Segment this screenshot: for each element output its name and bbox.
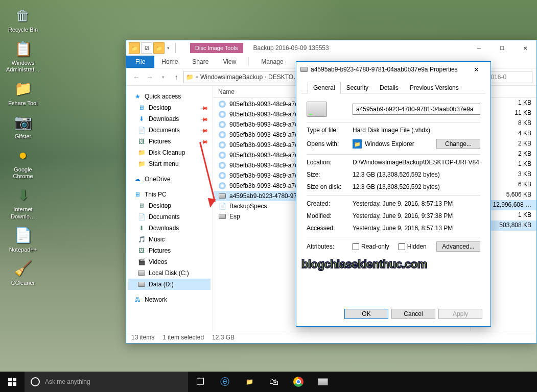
tab-general[interactable]: General xyxy=(308,82,341,93)
taskbar-search[interactable]: Ask me anything xyxy=(25,372,188,392)
icon-label: Google Chrome xyxy=(5,166,41,180)
label: Type of file: xyxy=(307,127,353,134)
folder-icon[interactable]: 📁 xyxy=(129,42,140,54)
desktop-icon[interactable]: ●Google Chrome xyxy=(5,145,41,180)
taskbar-app-store[interactable]: 🛍 xyxy=(262,372,286,392)
dialog-title: a4595ab9-b923-4780-9781-04aab0b37e9a Pro… xyxy=(311,66,463,73)
tab-details[interactable]: Details xyxy=(374,82,404,93)
taskbar-app-explorer[interactable]: 📁 xyxy=(237,372,262,392)
back-button[interactable]: ← xyxy=(130,71,143,83)
ribbon-context-tab[interactable]: Disc Image Tools xyxy=(190,43,243,53)
svg-rect-3 xyxy=(13,382,16,386)
nav-icon: ★ xyxy=(133,92,142,101)
readonly-checkbox[interactable]: Read-only xyxy=(353,243,389,250)
nav-item[interactable]: Data (D:) xyxy=(128,279,211,290)
nav-item[interactable]: 📁Start menu xyxy=(128,158,211,169)
desktop-icon[interactable]: 📁Fshare Tool xyxy=(5,79,41,107)
desktop-icon[interactable]: 🧹CCleaner xyxy=(5,258,41,286)
desktop-icon[interactable]: 🗑Recycle Bin xyxy=(5,5,41,33)
hidden-checkbox[interactable]: Hidden xyxy=(399,243,427,250)
home-tab[interactable]: Home xyxy=(154,56,185,68)
qat: 📁 ☑ 📁 ▾ xyxy=(129,42,171,54)
nav-item[interactable]: 🖥Desktop xyxy=(128,200,211,211)
nav-item[interactable]: 📄Documents xyxy=(128,211,211,223)
nav-item[interactable]: ⬇Downloads xyxy=(128,223,211,234)
maximize-button[interactable]: ☐ xyxy=(491,41,513,56)
start-button[interactable] xyxy=(0,372,25,392)
nav-item[interactable]: 🎬Videos xyxy=(128,256,211,267)
divider xyxy=(307,122,480,122)
nav-label: Music xyxy=(149,236,165,243)
share-tab[interactable]: Share xyxy=(185,56,216,68)
status-item-count: 13 items xyxy=(131,334,154,341)
forward-button[interactable]: → xyxy=(144,71,156,83)
titlebar[interactable]: 📁 ☑ 📁 ▾ Disc Image Tools Backup 2016-06-… xyxy=(126,40,536,56)
close-button[interactable]: ✕ xyxy=(466,62,486,77)
nav-icon: 🖧 xyxy=(133,296,142,304)
filename-input[interactable] xyxy=(353,104,480,115)
status-bar: 13 items 1 item selected 12.3 GB xyxy=(126,331,536,343)
nav-icon: 🎵 xyxy=(137,235,146,243)
nav-label: Downloads xyxy=(149,225,179,232)
taskbar-app-chrome[interactable] xyxy=(286,372,311,392)
ok-button[interactable]: OK xyxy=(344,309,388,319)
tab-security[interactable]: Security xyxy=(341,82,374,93)
manage-tab[interactable]: Manage xyxy=(254,56,290,68)
up-button[interactable]: ↑ xyxy=(170,71,182,83)
change-button[interactable]: Change... xyxy=(436,139,480,149)
desktop-icon[interactable]: 📷Gifster xyxy=(5,112,41,140)
nav-item[interactable]: 🖧Network xyxy=(128,294,211,305)
nav-item[interactable]: ☁OneDrive xyxy=(128,174,211,185)
file-icon xyxy=(218,131,226,139)
nav-item[interactable]: 🖥Desktop📌 xyxy=(128,102,211,113)
nav-item[interactable]: 🖼Pictures📌 xyxy=(128,136,211,147)
value: Yesterday, ‎June ‎9, ‎2016, 9:37:38 PM xyxy=(353,212,480,219)
nav-icon xyxy=(137,269,146,277)
close-button[interactable]: ✕ xyxy=(513,41,536,56)
qat-props-icon[interactable]: ☑ xyxy=(141,42,152,54)
view-tab[interactable]: View xyxy=(216,56,243,68)
file-name: Esp xyxy=(229,213,240,220)
nav-icon: ☁ xyxy=(133,175,142,183)
app-icon: 📋 xyxy=(13,38,33,59)
apply-button[interactable]: Apply xyxy=(438,309,482,319)
task-view-button[interactable]: ❐ xyxy=(188,372,213,392)
nav-item[interactable]: 🖥This PC xyxy=(128,189,211,200)
desktop-icon[interactable]: ⬇Internet Downlo… xyxy=(5,185,41,219)
taskbar[interactable]: Ask me anything ❐ ⓔ 📁 🛍 xyxy=(0,372,537,392)
breadcrumb[interactable]: DESKTO… xyxy=(268,74,299,81)
cancel-button[interactable]: Cancel xyxy=(391,309,435,319)
app-icon: ● xyxy=(13,145,33,165)
nav-item[interactable]: 📄Documents📌 xyxy=(128,125,211,136)
file-tab[interactable]: File xyxy=(126,56,154,68)
nav-item[interactable]: ★Quick access xyxy=(128,91,211,102)
recent-dropdown[interactable]: ▾ xyxy=(157,71,169,83)
navigation-pane[interactable]: ★Quick access🖥Desktop📌⬇Downloads📌📄Docume… xyxy=(126,86,213,331)
nav-item[interactable]: ⬇Downloads📌 xyxy=(128,113,211,125)
file-icon xyxy=(218,172,226,180)
folder-icon[interactable]: 📁 xyxy=(153,42,165,54)
nav-item[interactable]: Local Disk (C:) xyxy=(128,267,211,279)
nav-icon: ⬇ xyxy=(137,115,146,123)
desktop-icon[interactable]: 📄Notepad++ xyxy=(5,225,41,253)
hdd-icon xyxy=(300,67,308,72)
desktop-icon[interactable]: 📋Windows Administrat… xyxy=(5,38,41,73)
nav-item[interactable]: 🎵Music xyxy=(128,234,211,245)
taskbar-app-drive[interactable] xyxy=(311,372,335,392)
nav-label: Start menu xyxy=(149,160,179,167)
svg-rect-1 xyxy=(13,378,16,381)
tab-previous-versions[interactable]: Previous Versions xyxy=(404,82,464,93)
nav-label: Data (D:) xyxy=(149,281,174,288)
pin-icon: 📌 xyxy=(200,137,208,145)
nav-item[interactable]: 🖼Pictures xyxy=(128,245,211,256)
nav-item[interactable]: 📁Disk Cleanup xyxy=(128,147,211,158)
label: Created: xyxy=(307,200,353,207)
taskbar-app-edge[interactable]: ⓔ xyxy=(213,372,237,392)
nav-label: Network xyxy=(145,296,167,303)
advanced-button[interactable]: Advanced... xyxy=(436,241,480,252)
value: Hard Disk Image File (.vhdx) xyxy=(353,127,480,134)
breadcrumb[interactable]: WindowsImageBackup xyxy=(200,74,263,81)
desktop-icons: 🗑Recycle Bin📋Windows Administrat…📁Fshare… xyxy=(5,5,41,286)
minimize-button[interactable]: ─ xyxy=(468,41,491,56)
dialog-titlebar[interactable]: a4595ab9-b923-4780-9781-04aab0b37e9a Pro… xyxy=(296,62,491,77)
